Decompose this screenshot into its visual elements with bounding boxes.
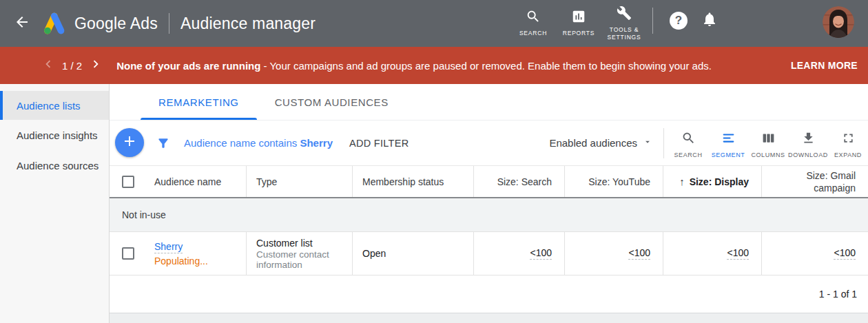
add-filter-button[interactable]: ADD FILTER xyxy=(349,138,409,149)
size-display-value: <100 xyxy=(727,247,749,260)
plus-icon xyxy=(121,133,138,152)
column-header-size-youtube[interactable]: Size: YouTube xyxy=(564,166,663,197)
dropdown-arrow-icon xyxy=(643,137,652,149)
columns-icon xyxy=(761,131,776,148)
size-search-value: <100 xyxy=(530,247,552,260)
table-search-button[interactable]: SEARCH xyxy=(668,128,708,158)
expand-icon xyxy=(841,131,856,148)
toolbar-divider xyxy=(663,128,664,158)
toolbar-right: Enabled audiences SEARCH xyxy=(549,121,868,165)
active-filter-chip[interactable]: Audience name contains Sherry xyxy=(184,137,333,149)
top-bar-actions: SEARCH REPORTS TOOLS & SETTINGS ? xyxy=(510,6,854,41)
download-button[interactable]: DOWNLOAD xyxy=(788,128,828,158)
audience-type-detail: Customer contact information xyxy=(256,249,352,270)
help-button[interactable]: ? xyxy=(670,12,688,30)
tab-bar: REMARKETING CUSTOM AUDIENCES xyxy=(110,84,868,121)
page-background xyxy=(110,313,868,323)
size-gmail-value: <100 xyxy=(834,247,856,260)
product-name: Google Ads xyxy=(74,14,158,33)
notice-message: None of your ads are running - Your camp… xyxy=(116,60,783,72)
column-header-size-gmail[interactable]: Size: Gmail campaign xyxy=(761,166,868,197)
column-header-size-display[interactable]: ↑ Size: Display xyxy=(663,166,761,197)
reports-icon xyxy=(571,9,586,27)
google-ads-app: Google Ads Audience manager SEARCH REPOR… xyxy=(0,0,868,323)
column-header-type[interactable]: Type xyxy=(246,166,352,197)
top-bar: Google Ads Audience manager SEARCH REPOR… xyxy=(0,0,868,47)
row-checkbox[interactable] xyxy=(122,247,134,260)
title-divider xyxy=(169,13,169,34)
tab-custom-audiences[interactable]: CUSTOM AUDIENCES xyxy=(257,84,406,120)
notification-banner: 1 / 2 None of your ads are running - You… xyxy=(0,47,868,84)
select-all-checkbox[interactable] xyxy=(122,176,134,188)
next-notice-button[interactable] xyxy=(87,57,104,74)
reports-nav-button[interactable]: REPORTS xyxy=(557,9,600,37)
filter-funnel-icon xyxy=(156,136,170,150)
column-header-audience-name[interactable]: Audience name xyxy=(147,166,246,197)
page-body: Audience lists Audience insights Audienc… xyxy=(0,84,868,323)
notifications-button[interactable] xyxy=(701,11,718,30)
populating-status: Populating... xyxy=(154,256,208,267)
chevron-right-icon xyxy=(88,56,103,74)
arrow-back-icon xyxy=(14,14,30,33)
notice-pager: 1 / 2 xyxy=(62,60,82,72)
column-header-size-search[interactable]: Size: Search xyxy=(473,166,564,197)
segment-icon xyxy=(721,131,736,148)
google-ads-logo-icon xyxy=(41,11,66,36)
expand-button[interactable]: EXPAND xyxy=(828,128,868,158)
help-icon: ? xyxy=(675,14,682,28)
audience-status-dropdown[interactable]: Enabled audiences xyxy=(549,137,652,149)
main-content: REMARKETING CUSTOM AUDIENCES Audience na xyxy=(110,84,868,323)
back-button[interactable] xyxy=(12,14,32,33)
search-icon xyxy=(526,9,541,27)
wrench-icon xyxy=(617,6,632,23)
chevron-left-icon xyxy=(41,56,56,74)
pagination-label: 1 - 1 of 1 xyxy=(819,289,857,300)
tools-settings-nav-button[interactable]: TOOLS & SETTINGS xyxy=(603,6,645,41)
download-icon xyxy=(801,131,816,148)
columns-button[interactable]: COLUMNS xyxy=(748,128,788,158)
bell-icon xyxy=(701,18,718,30)
membership-status-value: Open xyxy=(362,248,386,259)
google-ads-logo[interactable]: Google Ads xyxy=(41,11,158,36)
add-audience-button[interactable] xyxy=(115,128,144,157)
sidebar-item-audience-insights[interactable]: Audience insights xyxy=(0,120,109,150)
audience-name-link[interactable]: Sherry xyxy=(154,241,183,253)
notice-message-body: - Your campaigns and ad groups are pause… xyxy=(260,60,712,72)
size-youtube-value: <100 xyxy=(628,247,650,260)
group-row-not-in-use: Not in-use xyxy=(110,198,868,232)
audience-type: Customer list xyxy=(256,238,313,249)
table-header-row: Audience name Type Membership status Siz… xyxy=(110,165,868,198)
notice-message-title: None of your ads are running xyxy=(116,60,260,72)
table-row: Sherry Populating... Customer list Custo… xyxy=(110,232,868,275)
tab-remarketing[interactable]: REMARKETING xyxy=(141,84,257,120)
sidebar-item-audience-lists[interactable]: Audience lists xyxy=(0,91,109,120)
filter-toolbar: Audience name contains Sherry ADD FILTER… xyxy=(110,121,868,165)
page-title: Audience manager xyxy=(180,14,316,33)
sidebar: Audience lists Audience insights Audienc… xyxy=(0,84,110,323)
topbar-actions-divider xyxy=(652,8,653,34)
learn-more-link[interactable]: LEARN MORE xyxy=(791,60,858,71)
column-header-membership-status[interactable]: Membership status xyxy=(352,166,473,197)
table-footer: 1 - 1 of 1 xyxy=(110,275,868,313)
sort-ascending-icon: ↑ xyxy=(679,176,685,187)
search-icon xyxy=(681,131,696,148)
audience-table: Audience name Type Membership status Siz… xyxy=(110,165,868,313)
sidebar-item-audience-sources[interactable]: Audience sources xyxy=(0,150,109,180)
previous-notice-button[interactable] xyxy=(40,57,56,74)
avatar[interactable] xyxy=(823,6,854,38)
search-nav-button[interactable]: SEARCH xyxy=(512,9,555,37)
segment-button[interactable]: SEGMENT xyxy=(708,128,748,158)
